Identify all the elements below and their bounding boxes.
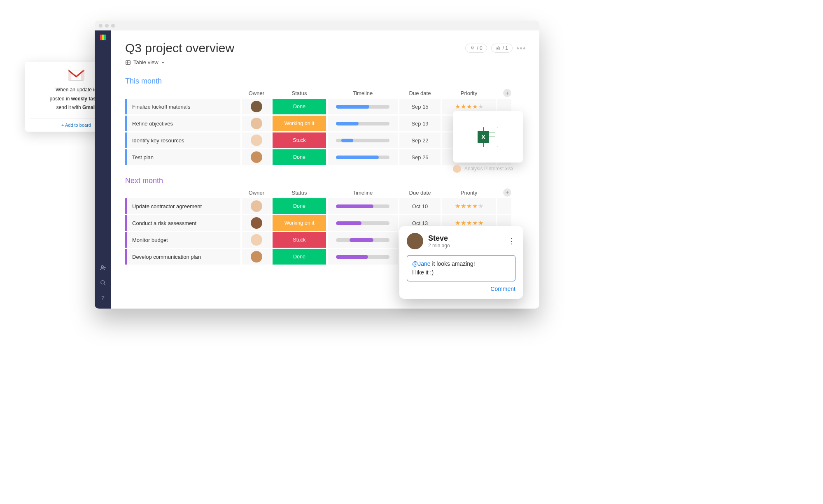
col-due: Due date <box>399 90 441 96</box>
table-icon <box>125 60 131 65</box>
status-cell[interactable]: Done <box>273 249 326 265</box>
help-icon[interactable]: ? <box>101 295 105 301</box>
group-title[interactable]: Next month <box>125 177 525 185</box>
due-date-cell[interactable]: Sep 19 <box>399 116 441 131</box>
search-icon[interactable] <box>100 280 106 287</box>
svg-point-2 <box>100 281 104 284</box>
task-name-cell[interactable]: Conduct a risk assessment <box>125 215 240 231</box>
star-icon[interactable]: ★ <box>466 202 472 210</box>
owner-avatar <box>251 200 262 212</box>
star-icon[interactable]: ★ <box>455 103 460 110</box>
task-name-cell[interactable]: Test plan <box>125 149 240 165</box>
due-date-cell[interactable]: Oct 10 <box>399 198 441 214</box>
comment-text2: I like it :) <box>412 269 434 276</box>
file-owner-avatar <box>453 165 461 173</box>
comment-input[interactable]: @Jane it looks amazing! I like it :) <box>407 255 515 281</box>
view-label: Table view <box>133 59 159 65</box>
automations-chip[interactable]: / 1 <box>491 44 513 53</box>
timeline-cell[interactable] <box>328 99 398 114</box>
titlebar <box>95 21 539 30</box>
star-icon[interactable]: ★ <box>472 103 478 110</box>
monday-logo <box>100 35 106 40</box>
invite-icon[interactable] <box>100 265 106 272</box>
star-icon[interactable]: ★ <box>466 219 472 227</box>
comment-mention[interactable]: @Jane <box>412 260 431 267</box>
owner-cell[interactable] <box>242 99 271 114</box>
status-cell[interactable]: Done <box>273 99 326 114</box>
star-icon[interactable]: ★ <box>478 219 483 227</box>
star-icon[interactable]: ★ <box>478 103 483 110</box>
traffic-light-max[interactable] <box>111 24 115 28</box>
comment-author: Steve <box>428 234 450 243</box>
owner-avatar <box>251 118 262 129</box>
due-date-cell[interactable]: Sep 15 <box>399 99 441 114</box>
task-name-cell[interactable]: Refine objectives <box>125 116 240 131</box>
status-cell[interactable]: Working on it <box>273 116 326 131</box>
chevron-down-icon <box>161 60 165 65</box>
gmail-text-l2a: posted in <box>50 96 71 102</box>
integrations-count: / 0 <box>477 45 482 51</box>
star-icon[interactable]: ★ <box>461 219 466 227</box>
comment-submit-button[interactable]: Comment <box>407 286 515 292</box>
timeline-cell[interactable] <box>328 149 398 165</box>
owner-avatar <box>251 251 262 262</box>
task-name-cell[interactable]: Identify key resources <box>125 132 240 148</box>
automations-count: / 1 <box>503 45 508 51</box>
star-icon[interactable]: ★ <box>466 103 472 110</box>
owner-cell[interactable] <box>242 249 271 265</box>
status-cell[interactable]: Done <box>273 149 326 165</box>
excel-attachment-card[interactable]: X <box>453 111 523 163</box>
due-date-cell[interactable]: Sep 26 <box>399 149 441 165</box>
col-owner: Owner <box>242 90 271 96</box>
col-priority: Priority <box>442 190 496 196</box>
comment-time: 2 min ago <box>428 243 450 249</box>
priority-cell[interactable]: ★★★★★ <box>442 198 496 214</box>
gmail-icon <box>68 69 84 81</box>
owner-cell[interactable] <box>242 149 271 165</box>
star-icon[interactable]: ★ <box>455 219 460 227</box>
star-icon[interactable]: ★ <box>478 202 483 210</box>
task-name-cell[interactable]: Finalize kickoff materials <box>125 99 240 114</box>
owner-cell[interactable] <box>242 116 271 131</box>
view-selector[interactable]: Table view <box>125 59 525 65</box>
excel-filename: Analysis Pinterest.xlsx <box>464 166 513 172</box>
owner-cell[interactable] <box>242 198 271 214</box>
integrations-chip[interactable]: / 0 <box>465 44 487 53</box>
add-column-button[interactable]: + <box>503 89 511 97</box>
star-icon[interactable]: ★ <box>461 103 466 110</box>
traffic-light-min[interactable] <box>105 24 109 28</box>
timeline-cell[interactable] <box>328 215 398 231</box>
star-icon[interactable]: ★ <box>455 202 460 210</box>
owner-cell[interactable] <box>242 215 271 231</box>
star-icon[interactable]: ★ <box>472 219 478 227</box>
owner-cell[interactable] <box>242 132 271 148</box>
svg-rect-6 <box>126 60 131 64</box>
task-name-cell[interactable]: Update contractor agreement <box>125 198 240 214</box>
page-title: Q3 project overview <box>125 41 234 55</box>
task-name-cell[interactable]: Monitor budget <box>125 232 240 248</box>
add-column-button[interactable]: + <box>503 188 511 197</box>
owner-avatar <box>251 234 262 246</box>
task-name-cell[interactable]: Develop communication plan <box>125 249 240 265</box>
col-status: Status <box>273 90 326 96</box>
comment-card: Steve 2 min ago ⋮ @Jane it looks amazing… <box>399 226 523 299</box>
due-date-cell[interactable]: Sep 22 <box>399 132 441 148</box>
owner-avatar <box>251 217 262 229</box>
timeline-cell[interactable] <box>328 116 398 131</box>
status-cell[interactable]: Done <box>273 198 326 214</box>
traffic-light-close[interactable] <box>99 24 103 28</box>
status-cell[interactable]: Working on it <box>273 215 326 231</box>
owner-cell[interactable] <box>242 232 271 248</box>
status-cell[interactable]: Stuck <box>273 132 326 148</box>
timeline-cell[interactable] <box>328 232 398 248</box>
more-menu-button[interactable] <box>517 47 525 49</box>
owner-avatar <box>251 151 262 163</box>
star-icon[interactable]: ★ <box>461 202 466 210</box>
timeline-cell[interactable] <box>328 132 398 148</box>
timeline-cell[interactable] <box>328 249 398 265</box>
col-timeline: Timeline <box>328 90 398 96</box>
group-title[interactable]: This month <box>125 77 525 86</box>
star-icon[interactable]: ★ <box>472 202 478 210</box>
status-cell[interactable]: Stuck <box>273 232 326 248</box>
timeline-cell[interactable] <box>328 198 398 214</box>
